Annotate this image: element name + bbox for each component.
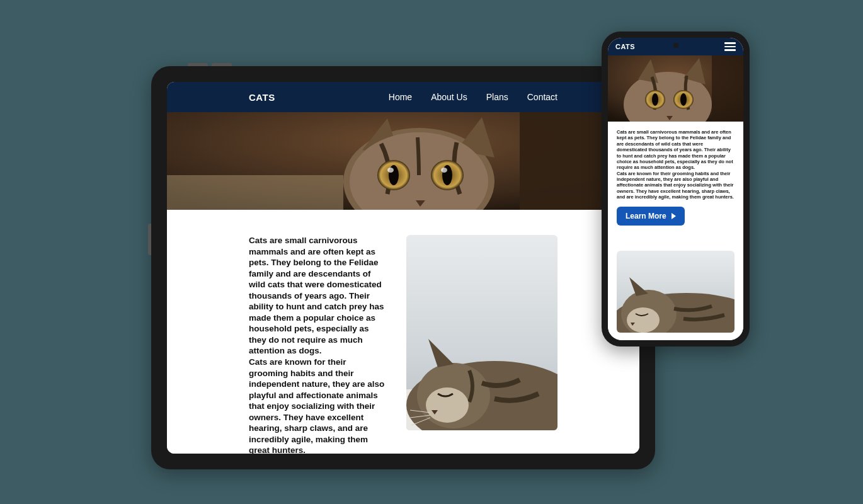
play-icon: [672, 213, 676, 219]
svg-point-16: [426, 387, 469, 423]
text-column-mobile: Cats are small carnivorous mammals and a…: [617, 129, 734, 242]
content-section: Cats are small carnivorous mammals and a…: [167, 210, 639, 454]
nav-link-home[interactable]: Home: [389, 92, 412, 102]
learn-more-label-mobile: Learn More: [626, 212, 666, 220]
svg-point-6: [387, 168, 394, 173]
nav-link-plans[interactable]: Plans: [486, 92, 508, 102]
svg-point-28: [627, 307, 660, 333]
brand-logo-mobile[interactable]: CATS: [615, 43, 635, 50]
nav-links: Home About Us Plans Contact: [389, 92, 557, 102]
hero-image: [167, 112, 639, 210]
side-image: [406, 235, 557, 430]
side-image-mobile: [617, 251, 734, 333]
nav-link-contact[interactable]: Contact: [527, 92, 557, 102]
svg-point-22: [680, 93, 687, 106]
svg-rect-23: [712, 55, 743, 122]
body-paragraph-1-mobile: Cats are small carnivorous mammals and a…: [617, 129, 734, 171]
text-column: Cats are small carnivorous mammals and a…: [249, 235, 387, 441]
nav-link-about[interactable]: About Us: [431, 92, 467, 102]
hero-image-mobile: [608, 55, 743, 122]
tablet-screen: CATS Home About Us Plans Contact: [167, 82, 639, 454]
brand-logo[interactable]: CATS: [249, 92, 275, 103]
content-section-mobile: Cats are small carnivorous mammals and a…: [608, 122, 743, 340]
svg-point-20: [652, 93, 658, 106]
svg-rect-1: [167, 175, 343, 210]
phone-screen: CATS: [608, 38, 743, 340]
phone-camera-notch: [673, 43, 678, 48]
svg-point-9: [441, 168, 447, 173]
learn-more-button-mobile[interactable]: Learn More: [617, 207, 685, 226]
phone-device-frame: CATS: [602, 32, 750, 346]
body-paragraph-2: Cats are known for their grooming habits…: [249, 357, 387, 454]
navbar: CATS Home About Us Plans Contact: [167, 82, 639, 112]
hamburger-menu-icon[interactable]: [724, 42, 736, 51]
tablet-volume-buttons: [188, 63, 232, 66]
body-paragraph-2-mobile: Cats are known for their grooming habits…: [617, 171, 734, 200]
tablet-device-frame: CATS Home About Us Plans Contact: [151, 66, 655, 469]
body-paragraph-1: Cats are small carnivorous mammals and a…: [249, 235, 387, 357]
